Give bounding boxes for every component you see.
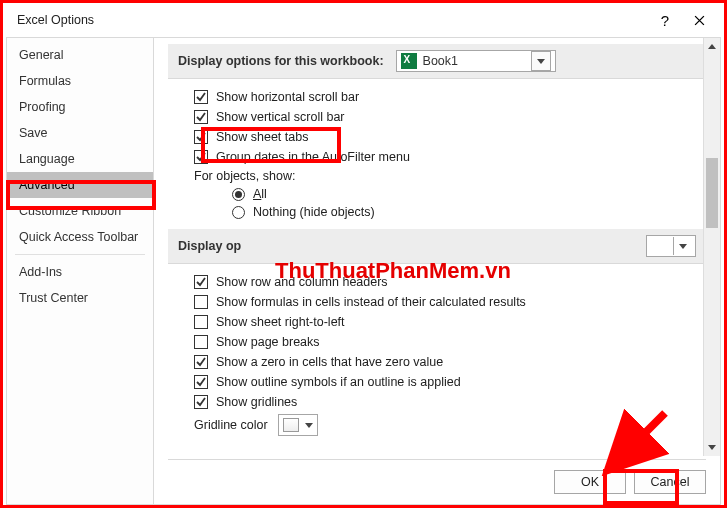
section-display-workbook: Display options for this workbook: Book1 [168,44,706,79]
opt-outline-symbols[interactable]: Show outline symbols if an outline is ap… [172,372,702,392]
chevron-down-icon [531,51,551,71]
sidebar-item-language[interactable]: Language [7,146,153,172]
opt-page-breaks[interactable]: Show page breaks [172,332,702,352]
ok-button[interactable]: OK [554,470,626,494]
checkbox-icon [194,90,208,104]
sidebar-item-trust-center[interactable]: Trust Center [7,285,153,311]
color-swatch-icon [283,418,299,432]
opt-gridline-color: Gridline color [172,412,702,438]
dialog-frame: Excel Options ? General Formulas Proofin… [0,0,727,508]
help-button[interactable]: ? [648,5,682,35]
title-bar: Excel Options ? [3,3,724,37]
opt-show-sheet-tabs[interactable]: Show sheet tabs [172,127,702,147]
sidebar-item-save[interactable]: Save [7,120,153,146]
checkbox-icon [194,275,208,289]
checkbox-icon [194,315,208,329]
radio-all[interactable]: All [172,185,702,203]
sidebar-item-formulas[interactable]: Formulas [7,68,153,94]
chevron-down-icon [673,237,691,255]
opt-right-to-left[interactable]: Show sheet right-to-left [172,312,702,332]
section-display-worksheet: Display op [168,229,706,264]
window-title: Excel Options [17,13,94,27]
sidebar-item-general[interactable]: General [7,42,153,68]
radio-icon [232,206,245,219]
checkbox-icon [194,375,208,389]
excel-icon [401,53,417,69]
opt-gridlines[interactable]: Show gridlines [172,392,702,412]
scroll-up-icon [704,38,720,55]
workbook-name: Book1 [423,54,458,68]
opt-show-formulas[interactable]: Show formulas in cells instead of their … [172,292,702,312]
checkbox-icon [194,150,208,164]
workbook-selector[interactable]: Book1 [396,50,556,72]
options-panel: Display options for this workbook: Book1… [154,37,721,505]
sidebar-item-addins[interactable]: Add-Ins [7,259,153,285]
scroll-down-icon [704,439,720,456]
vertical-scrollbar[interactable] [703,38,720,456]
radio-icon [232,188,245,201]
opt-group-dates[interactable]: Group dates in the AutoFilter menu [172,147,702,167]
checkbox-icon [194,110,208,124]
checkbox-icon [194,335,208,349]
checkbox-icon [194,395,208,409]
checkbox-icon [194,130,208,144]
radio-nothing[interactable]: Nothing (hide objects) [172,203,702,221]
sidebar-item-quick-access[interactable]: Quick Access Toolbar [7,224,153,250]
for-objects-label: For objects, show: [172,169,702,183]
chevron-down-icon [305,423,313,428]
cancel-button[interactable]: Cancel [634,470,706,494]
button-row: OK Cancel [168,459,706,494]
opt-row-col-headers[interactable]: Show row and column headers [172,272,702,292]
opt-show-h-scroll[interactable]: Show horizontal scroll bar [172,87,702,107]
checkbox-icon [194,355,208,369]
section-label: Display options for this workbook: [178,54,384,68]
close-button[interactable] [682,5,716,35]
gridline-color-picker[interactable] [278,414,318,436]
scroll-thumb[interactable] [706,158,718,228]
checkbox-icon [194,295,208,309]
opt-zero-value[interactable]: Show a zero in cells that have zero valu… [172,352,702,372]
sidebar-item-customize-ribbon[interactable]: Customize Ribbon [7,198,153,224]
opt-show-v-scroll[interactable]: Show vertical scroll bar [172,107,702,127]
sidebar-item-advanced[interactable]: Advanced [7,172,153,198]
section-label: Display op [178,239,241,253]
category-sidebar: General Formulas Proofing Save Language … [6,37,154,505]
worksheet-selector[interactable] [646,235,696,257]
sidebar-item-proofing[interactable]: Proofing [7,94,153,120]
dialog-body: General Formulas Proofing Save Language … [6,37,721,505]
